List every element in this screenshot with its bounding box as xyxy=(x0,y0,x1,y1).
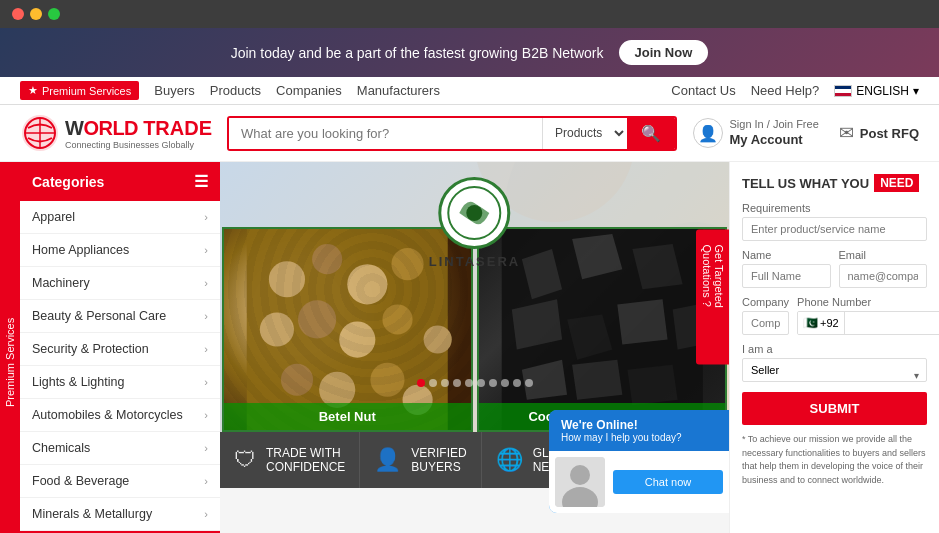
account-icon: 👤 xyxy=(693,118,723,148)
cat-item-food[interactable]: Food & Beverage › xyxy=(20,465,220,498)
join-now-button[interactable]: Join Now xyxy=(619,40,709,65)
search-button[interactable]: 🔍 xyxy=(627,118,675,149)
dot-1[interactable] xyxy=(417,379,425,387)
chevron-right-icon: › xyxy=(204,244,208,256)
main-content: Premium Services Categories ☰ Apparel › … xyxy=(0,162,939,533)
email-label: Email xyxy=(839,249,928,261)
dot-3[interactable] xyxy=(441,379,449,387)
banner-slider: LINTASERA xyxy=(220,162,729,432)
chat-body: Chat now xyxy=(549,451,729,513)
name-input[interactable] xyxy=(742,264,831,288)
cat-label-chemicals: Chemicals xyxy=(32,441,90,455)
targeted-quotations-tab[interactable]: Get Targeted Quotations ? xyxy=(696,230,729,365)
svg-point-9 xyxy=(269,261,305,297)
feature-buyers: 👤 VERIFIED BUYERS xyxy=(360,432,481,488)
svg-point-7 xyxy=(467,205,483,221)
minimize-dot[interactable] xyxy=(30,8,42,20)
contact-us-link[interactable]: Contact Us xyxy=(671,83,735,98)
need-badge: NEED xyxy=(874,174,919,192)
post-rfq-section[interactable]: ✉ Post RFQ xyxy=(839,122,919,144)
dot-2[interactable] xyxy=(429,379,437,387)
cat-label-apparel: Apparel xyxy=(32,210,75,224)
cat-item-home-appliances[interactable]: Home Appliances › xyxy=(20,234,220,267)
search-input[interactable] xyxy=(229,118,542,149)
buyers-icon: 👤 xyxy=(374,447,401,473)
chat-avatar-img xyxy=(555,457,605,507)
cat-label-food: Food & Beverage xyxy=(32,474,129,488)
language-selector[interactable]: ENGLISH ▾ xyxy=(834,84,919,98)
i-am-select[interactable]: Seller Buyer xyxy=(742,358,927,382)
account-section[interactable]: 👤 Sign In / Join Free My Account xyxy=(693,117,818,148)
mission-text: * To achieve our mission we provide all … xyxy=(742,433,927,487)
i-am-wrapper: Seller Buyer ▾ xyxy=(742,358,927,392)
post-rfq-label: Post RFQ xyxy=(860,126,919,141)
premium-services-tab[interactable]: Premium Services xyxy=(0,162,20,533)
hamburger-icon[interactable]: ☰ xyxy=(194,172,208,191)
chat-header: We're Online! How may I help you today? xyxy=(549,410,729,451)
premium-label: Premium Services xyxy=(42,85,131,97)
chevron-down-icon: ▾ xyxy=(913,84,919,98)
requirements-input[interactable] xyxy=(742,217,927,241)
company-input[interactable] xyxy=(742,311,789,335)
search-container: Products 🔍 xyxy=(227,116,677,151)
site-logo[interactable]: WORLD TRADE Connecting Businesses Global… xyxy=(20,113,212,153)
cat-item-machinery[interactable]: Machinery › xyxy=(20,267,220,300)
browser-chrome xyxy=(0,0,939,28)
dot-6[interactable] xyxy=(477,379,485,387)
dot-9[interactable] xyxy=(513,379,521,387)
logo-icon xyxy=(20,113,60,153)
chat-widget[interactable]: We're Online! How may I help you today? … xyxy=(549,410,729,513)
name-col: Name xyxy=(742,249,831,296)
submit-button[interactable]: SUBMIT xyxy=(742,392,927,425)
cat-item-automobiles[interactable]: Automobiles & Motorcycles › xyxy=(20,399,220,432)
close-dot[interactable] xyxy=(12,8,24,20)
cat-item-security[interactable]: Security & Protection › xyxy=(20,333,220,366)
lintasera-name: LINTASERA xyxy=(429,254,520,269)
email-input[interactable] xyxy=(839,264,928,288)
lintasera-brand: LINTASERA xyxy=(429,177,520,269)
nav-products[interactable]: Products xyxy=(210,83,261,98)
chat-now-button[interactable]: Chat now xyxy=(613,470,723,494)
cat-item-beauty[interactable]: Beauty & Personal Care › xyxy=(20,300,220,333)
dot-4[interactable] xyxy=(453,379,461,387)
feature-trade: 🛡 TRADE WITH CONFIDENCE xyxy=(220,432,360,488)
need-help-link[interactable]: Need Help? xyxy=(751,83,820,98)
cat-item-lights[interactable]: Lights & Lighting › xyxy=(20,366,220,399)
cat-item-apparel[interactable]: Apparel › xyxy=(20,201,220,234)
dot-5[interactable] xyxy=(465,379,473,387)
phone-label: Phone Number xyxy=(797,296,939,308)
chevron-right-icon: › xyxy=(204,310,208,322)
svg-marker-32 xyxy=(627,365,677,405)
nav-bar: ★ Premium Services Buyers Products Compa… xyxy=(0,77,939,105)
svg-point-15 xyxy=(339,321,375,357)
maximize-dot[interactable] xyxy=(48,8,60,20)
feature-trade-label: TRADE WITH CONFIDENCE xyxy=(266,446,345,474)
premium-services-badge[interactable]: ★ Premium Services xyxy=(20,81,139,100)
phone-input[interactable] xyxy=(845,312,939,334)
dot-10[interactable] xyxy=(525,379,533,387)
chat-online-text: We're Online! xyxy=(561,418,717,432)
dot-7[interactable] xyxy=(489,379,497,387)
req-label: Requirements xyxy=(742,202,927,214)
nav-buyers[interactable]: Buyers xyxy=(154,83,194,98)
cat-label-home: Home Appliances xyxy=(32,243,129,257)
cat-item-minerals[interactable]: Minerals & Metallurgy › xyxy=(20,498,220,531)
center-content: LINTASERA xyxy=(220,162,729,533)
premium-icon: ★ xyxy=(28,84,38,97)
slider-dots xyxy=(417,379,533,387)
svg-point-10 xyxy=(312,244,342,274)
i-am-label: I am a xyxy=(742,343,927,355)
tell-us-title: TELL US WHAT YOU xyxy=(742,176,869,191)
search-category-select[interactable]: Products xyxy=(542,118,627,149)
dot-8[interactable] xyxy=(501,379,509,387)
nav-companies[interactable]: Companies xyxy=(276,83,342,98)
flag-icon xyxy=(834,85,852,97)
nav-manufacturers[interactable]: Manufacturers xyxy=(357,83,440,98)
cat-item-chemicals[interactable]: Chemicals › xyxy=(20,432,220,465)
phone-col: Phone Number 🇵🇰 +92 xyxy=(797,296,939,343)
logo-world: WORLD xyxy=(65,117,143,139)
network-icon: 🌐 xyxy=(496,447,523,473)
chevron-right-icon: › xyxy=(204,409,208,421)
phone-prefix[interactable]: 🇵🇰 +92 xyxy=(798,312,845,334)
premium-tab-label: Premium Services xyxy=(4,318,16,407)
